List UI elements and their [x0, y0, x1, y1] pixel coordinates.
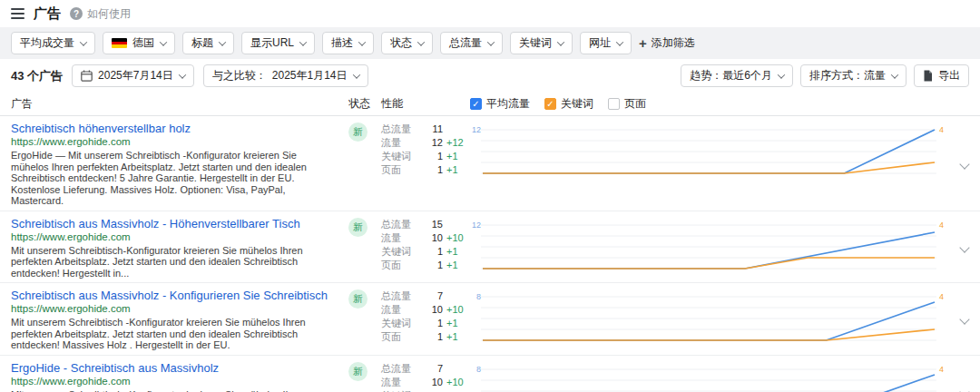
trend-chart-svg — [481, 123, 936, 181]
export-label: 导出 — [938, 68, 960, 83]
metric-value: 1 — [421, 245, 443, 259]
status-badge: 新 — [348, 289, 368, 309]
toolbar: 43 个广告 2025年7月14日 与之比较： 2025年1月14日 趋势：最近… — [0, 59, 980, 93]
performance-metrics: 总流量 7 流量 10 +10 关键词 1 +1 页面 1 +1 — [381, 361, 468, 392]
add-filter-button[interactable]: + 添加筛选 — [639, 35, 695, 51]
expand-cell — [949, 122, 980, 207]
filter-chip[interactable]: 德国 — [103, 32, 175, 54]
trend-range-label: 趋势：最近6个月 — [690, 68, 772, 83]
table-row: ErgoHide - Schreibtisch aus Massivholz h… — [0, 356, 980, 392]
compare-date-picker[interactable]: 与之比较： 2025年1月14日 — [203, 64, 368, 87]
metric-label: 总流量 — [381, 218, 421, 231]
table-row: Schreibtisch aus Massivholz - Höhenverst… — [0, 211, 980, 284]
ad-description: ErgoHide — Mit unserem Schreibtisch -Kon… — [11, 150, 334, 207]
chevron-down-icon — [487, 38, 495, 45]
trend-chart: 12 4 — [468, 217, 949, 279]
help-link[interactable]: ? 如何使用 — [70, 6, 131, 22]
trend-range-select[interactable]: 趋势：最近6个月 — [681, 64, 793, 87]
status-cell: 新 — [348, 217, 381, 279]
series-toggle-label: 页面 — [624, 96, 646, 112]
status-cell: 新 — [348, 361, 381, 392]
ad-description: Mit unserem Schreibtisch-Konfigurator kr… — [11, 245, 334, 279]
metric-value: 10 — [421, 376, 443, 389]
metric-row: 流量 10 +10 — [381, 231, 468, 245]
sort-select[interactable]: 排序方式：流量 — [800, 64, 906, 87]
metric-label: 流量 — [381, 376, 421, 389]
filter-chip[interactable]: 描述 — [322, 32, 374, 54]
chevron-down-icon[interactable] — [959, 315, 969, 325]
filter-chip[interactable]: 关键词 — [510, 32, 573, 54]
metric-delta: +1 — [446, 317, 458, 330]
chevron-down-icon — [179, 71, 186, 78]
chart-right-max-label: 4 — [936, 123, 949, 134]
column-performance: 性能 — [381, 96, 468, 112]
chart-left-max-label: 12 — [468, 123, 481, 134]
metric-value: 1 — [421, 163, 443, 177]
chart-left-max-label: 8 — [468, 290, 481, 301]
filter-chip[interactable]: 平均成交量 — [11, 32, 95, 54]
filter-chip[interactable]: 显示URL — [241, 32, 315, 54]
export-button[interactable]: 导出 — [914, 64, 969, 87]
chevron-down-icon — [778, 71, 785, 78]
metric-delta: +12 — [446, 136, 464, 150]
date-picker[interactable]: 2025年7月14日 — [72, 64, 194, 87]
series-toggle[interactable]: ✓ 平均流量 — [470, 96, 530, 112]
metric-delta: +1 — [446, 245, 458, 259]
filter-chip[interactable]: 总流量 — [440, 32, 503, 54]
ad-cell: Schreibtisch aus Massivholz - Höhenverst… — [11, 217, 348, 279]
filter-chip[interactable]: 状态 — [381, 32, 433, 54]
ad-description: Mit unserem Schreibtisch -Konfigurator k… — [11, 317, 334, 351]
question-icon: ? — [70, 7, 83, 20]
metric-delta: +10 — [446, 303, 464, 317]
metric-value: 1 — [421, 330, 443, 344]
chevron-down-icon — [891, 71, 898, 78]
export-file-icon — [923, 70, 933, 82]
filter-chip[interactable]: 网址 — [580, 32, 632, 54]
metric-delta: +1 — [446, 150, 458, 163]
performance-metrics: 总流量 15 流量 10 +10 关键词 1 +1 页面 1 +1 — [381, 217, 468, 279]
series-toggle[interactable]: 页面 — [608, 96, 646, 112]
metric-row: 关键词 1 +1 — [381, 150, 468, 163]
series-toggle[interactable]: ✓ 关键词 — [544, 96, 593, 112]
metric-label: 关键词 — [381, 389, 421, 392]
metric-value: 10 — [421, 231, 443, 245]
metric-row: 总流量 7 — [381, 362, 468, 376]
ad-description: Mit unserem Schreibtisch -Konfigurator k… — [11, 389, 334, 392]
chevron-down-icon[interactable] — [959, 387, 969, 392]
chevron-down-icon — [616, 38, 623, 45]
ad-title-link[interactable]: Schreibtisch aus Massivholz - Konfigurie… — [11, 289, 334, 302]
filter-chip[interactable]: 标题 — [182, 32, 234, 54]
chevron-down-icon[interactable] — [959, 242, 969, 252]
performance-metrics: 总流量 11 流量 12 +12 关键词 1 +1 页面 1 +1 — [381, 122, 468, 207]
ads-table: Schreibtisch höhenverstellbar holz https… — [0, 116, 980, 392]
chevron-down-icon[interactable] — [959, 159, 969, 169]
ad-title-link[interactable]: ErgoHide - Schreibtisch aus Massivholz — [11, 361, 334, 375]
ad-title-link[interactable]: Schreibtisch höhenverstellbar holz — [11, 122, 334, 135]
chevron-down-icon — [417, 38, 425, 45]
metric-label: 页面 — [381, 330, 421, 344]
metric-row: 流量 10 +10 — [381, 303, 468, 317]
compare-date-label: 2025年1月14日 — [272, 68, 348, 83]
metric-row: 总流量 15 — [381, 218, 468, 231]
chevron-down-icon — [219, 38, 226, 45]
metric-row: 页面 1 +1 — [381, 163, 468, 177]
ad-cell: Schreibtisch aus Massivholz - Konfigurie… — [11, 289, 348, 351]
column-status: 状态 — [348, 96, 381, 112]
metric-row: 关键词 1 +1 — [381, 245, 468, 259]
metric-row: 总流量 7 — [381, 289, 468, 303]
chart-right-max-label: 4 — [936, 363, 949, 374]
ad-title-link[interactable]: Schreibtisch aus Massivholz - Höhenverst… — [11, 217, 334, 230]
filter-chip-label: 德国 — [132, 35, 154, 51]
metric-label: 总流量 — [381, 362, 421, 376]
filter-chip-label: 关键词 — [519, 35, 552, 51]
calendar-icon — [81, 70, 93, 82]
metric-row: 关键词 1 +1 — [381, 317, 468, 330]
ad-display-url: https://www.ergohide.com — [11, 302, 334, 315]
metric-delta: +1 — [446, 163, 458, 177]
table-header: 广告 状态 性能 ✓ 平均流量 ✓ 关键词 页面 — [0, 93, 980, 116]
metric-row: 流量 12 +12 — [381, 136, 468, 150]
compare-prefix: 与之比较： — [212, 68, 267, 83]
trend-chart-svg — [481, 290, 936, 348]
trend-chart: 8 4 — [468, 361, 949, 392]
menu-icon[interactable] — [11, 8, 24, 19]
